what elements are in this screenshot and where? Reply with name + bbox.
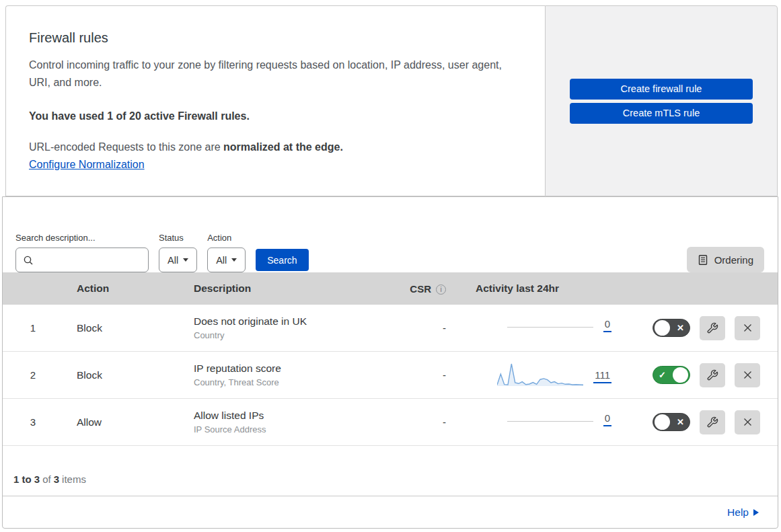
action-label: Action — [207, 233, 246, 243]
rule-activity: 0 — [450, 412, 611, 432]
chevron-down-icon — [231, 258, 237, 262]
rule-action: Allow — [63, 416, 180, 428]
help-link[interactable]: Help — [727, 506, 759, 519]
activity-count-link[interactable]: 0 — [603, 318, 611, 332]
wrench-icon — [706, 416, 718, 428]
action-dropdown[interactable]: All — [207, 248, 246, 272]
action-filter-group: Action All — [207, 233, 246, 272]
search-icon — [23, 255, 34, 266]
table-row: 2 Block IP reputation score Country, Thr… — [3, 352, 778, 399]
activity-count-link[interactable]: 111 — [593, 369, 611, 383]
ordering-button[interactable]: Ordering — [687, 247, 764, 272]
items-word: items — [62, 473, 86, 485]
table-header: Action Description CSRi Activity last 24… — [3, 272, 778, 305]
rule-csr: - — [396, 369, 450, 381]
filter-bar: Search description... Status All Action — [3, 197, 778, 272]
toggle-off-icon: ✕ — [671, 417, 690, 427]
activity-sparkline-flat — [507, 421, 593, 422]
help-label: Help — [727, 506, 749, 519]
close-icon — [742, 322, 753, 334]
normalization-bold: normalized at the edge. — [223, 141, 343, 153]
activity-sparkline — [497, 361, 583, 387]
rule-controls: ✕ — [611, 316, 778, 340]
items-range: 1 to 3 — [13, 473, 40, 485]
rule-fields: Country, Threat Score — [194, 377, 396, 387]
rule-priority: 1 — [3, 322, 63, 334]
delete-rule-button[interactable] — [735, 363, 760, 387]
delete-rule-button[interactable] — [735, 410, 760, 434]
pagination-summary: 1 to 3 of 3 items — [3, 446, 778, 496]
ordering-label: Ordering — [714, 254, 753, 266]
table-row: 1 Block Does not originate in UK Country… — [3, 305, 778, 352]
ordering-list-icon — [698, 254, 708, 266]
search-label: Search description... — [15, 233, 149, 243]
rule-description: Allow listed IPs IP Source Address — [180, 410, 396, 434]
edit-rule-button[interactable] — [700, 410, 725, 434]
csr-column-header: CSRi — [396, 283, 450, 295]
create-mtls-rule-button[interactable]: Create mTLS rule — [570, 103, 753, 124]
rule-csr: - — [396, 322, 450, 334]
search-input[interactable] — [39, 255, 161, 266]
items-of: of — [42, 473, 51, 485]
rule-controls: ✓ — [611, 363, 778, 387]
status-label: Status — [159, 233, 197, 243]
page-title: Firewall rules — [29, 30, 518, 46]
close-icon — [742, 416, 753, 428]
status-dropdown[interactable]: All — [159, 248, 197, 272]
items-total: 3 — [54, 473, 59, 485]
create-firewall-rule-button[interactable]: Create firewall rule — [570, 79, 753, 100]
chevron-down-icon — [183, 258, 188, 262]
rule-action: Block — [63, 369, 180, 381]
status-value: All — [168, 255, 178, 266]
activity-column-header: Activity last 24hr — [450, 282, 611, 295]
rule-action: Block — [63, 322, 180, 334]
search-group: Search description... — [15, 233, 149, 272]
search-button[interactable]: Search — [256, 249, 308, 271]
rule-fields: IP Source Address — [194, 424, 396, 434]
activity-count-link[interactable]: 0 — [603, 412, 611, 426]
header-text-panel: Firewall rules Control incoming traffic … — [5, 5, 545, 196]
page-description: Control incoming traffic to your zone by… — [29, 56, 517, 91]
rule-fields: Country — [194, 330, 396, 340]
delete-rule-button[interactable] — [735, 316, 760, 340]
normalization-prefix: URL-encoded Requests to this zone are — [29, 141, 223, 153]
rule-activity: 0 — [450, 318, 611, 338]
rule-title: Does not originate in UK — [194, 315, 396, 328]
configure-normalization-link[interactable]: Configure Normalization — [29, 159, 145, 170]
rule-enabled-toggle[interactable]: ✕ — [653, 319, 690, 337]
rules-panel: Search description... Status All Action — [2, 196, 778, 529]
header-card: Firewall rules Control incoming traffic … — [5, 5, 778, 196]
firewall-rules-page: Firewall rules Control incoming traffic … — [0, 0, 781, 532]
wrench-icon — [706, 369, 718, 381]
edit-rule-button[interactable] — [700, 316, 725, 340]
rule-activity: 111 — [450, 361, 611, 389]
rule-title: IP reputation score — [194, 363, 396, 375]
activity-sparkline-flat — [507, 327, 593, 328]
search-field — [15, 248, 149, 272]
rule-description: IP reputation score Country, Threat Scor… — [180, 363, 396, 387]
normalization-note: URL-encoded Requests to this zone are no… — [29, 141, 518, 153]
rule-enabled-toggle[interactable]: ✕ — [653, 413, 690, 431]
table-row: 3 Allow Allow listed IPs IP Source Addre… — [3, 399, 778, 446]
wrench-icon — [706, 322, 718, 334]
close-icon — [742, 369, 753, 381]
rule-title: Allow listed IPs — [194, 410, 396, 422]
action-column-header: Action — [63, 282, 180, 295]
arrow-right-icon — [753, 509, 759, 516]
usage-note: You have used 1 of 20 active Firewall ru… — [29, 110, 518, 122]
info-icon[interactable]: i — [436, 284, 446, 295]
status-filter-group: Status All — [159, 233, 197, 272]
toggle-knob — [673, 367, 688, 383]
rule-controls: ✕ — [611, 410, 778, 434]
help-bar: Help — [3, 496, 778, 528]
rule-priority: 3 — [3, 416, 63, 428]
rule-csr: - — [396, 416, 450, 428]
rule-priority: 2 — [3, 369, 63, 381]
toggle-on-icon: ✓ — [653, 370, 671, 380]
rule-description: Does not originate in UK Country — [180, 315, 396, 340]
edit-rule-button[interactable] — [700, 363, 725, 387]
rule-enabled-toggle[interactable]: ✓ — [653, 366, 690, 384]
toggle-off-icon: ✕ — [671, 323, 690, 333]
toggle-knob — [655, 414, 670, 430]
action-value: All — [216, 255, 227, 266]
